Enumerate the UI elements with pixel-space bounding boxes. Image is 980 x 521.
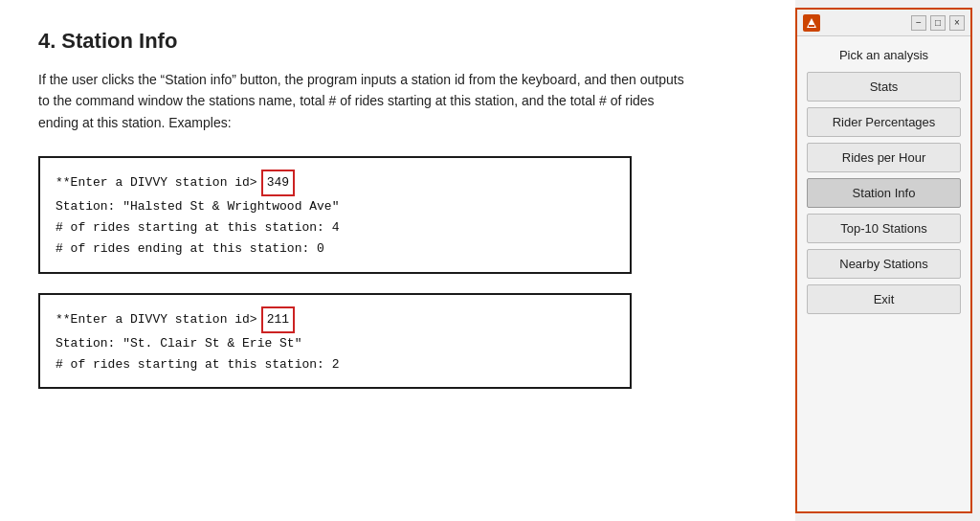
code-block-1: **Enter a DIVVY station id> 349 Station:… bbox=[38, 156, 632, 273]
description: If the user clicks the “Station info” bu… bbox=[38, 69, 689, 133]
output-line-1-4: # of rides ending at this station: 0 bbox=[56, 238, 614, 260]
dialog-header-label: Pick an analysis bbox=[807, 48, 961, 62]
exit-button[interactable]: Exit bbox=[807, 284, 961, 314]
rider-percentages-button[interactable]: Rider Percentages bbox=[807, 107, 961, 137]
output-line-1-2: Station: "Halsted St & Wrightwood Ave" bbox=[56, 196, 614, 217]
input-line-1: **Enter a DIVVY station id> 349 bbox=[56, 170, 614, 196]
titlebar-controls: − □ × bbox=[911, 15, 965, 31]
section-title: 4.Station Info bbox=[38, 29, 757, 54]
svg-rect-1 bbox=[809, 25, 814, 27]
nearby-stations-button[interactable]: Nearby Stations bbox=[807, 249, 961, 279]
input-value-1: 349 bbox=[261, 170, 295, 196]
dialog-panel: − □ × Pick an analysis Stats Rider Perce… bbox=[795, 8, 972, 513]
top-10-stations-button[interactable]: Top-10 Stations bbox=[807, 214, 961, 243]
output-line-2-2: Station: "St. Clair St & Erie St" bbox=[56, 333, 614, 354]
input-line-2: **Enter a DIVVY station id> 211 bbox=[56, 306, 614, 333]
minimize-button[interactable]: − bbox=[911, 15, 926, 31]
input-value-2: 211 bbox=[261, 306, 295, 333]
output-line-1-3: # of rides starting at this station: 4 bbox=[56, 217, 614, 238]
prompt-1: **Enter a DIVVY station id> bbox=[56, 172, 257, 193]
code-block-2: **Enter a DIVVY station id> 211 Station:… bbox=[38, 293, 632, 389]
section-number: 4. bbox=[38, 29, 56, 53]
station-info-button[interactable]: Station Info bbox=[807, 178, 961, 208]
main-content: 4.Station Info If the user clicks the “S… bbox=[0, 0, 795, 521]
prompt-2: **Enter a DIVVY station id> bbox=[56, 309, 257, 330]
maximize-button[interactable]: □ bbox=[930, 15, 946, 31]
stats-button[interactable]: Stats bbox=[807, 72, 961, 102]
dialog-body: Pick an analysis Stats Rider Percentages… bbox=[797, 36, 970, 329]
close-button[interactable]: × bbox=[949, 15, 965, 31]
app-icon bbox=[803, 14, 820, 32]
output-line-2-3: # of rides starting at this station: 2 bbox=[56, 354, 614, 375]
rides-per-hour-button[interactable]: Rides per Hour bbox=[807, 143, 961, 172]
dialog-titlebar: − □ × bbox=[797, 10, 970, 36]
titlebar-left bbox=[803, 14, 820, 32]
